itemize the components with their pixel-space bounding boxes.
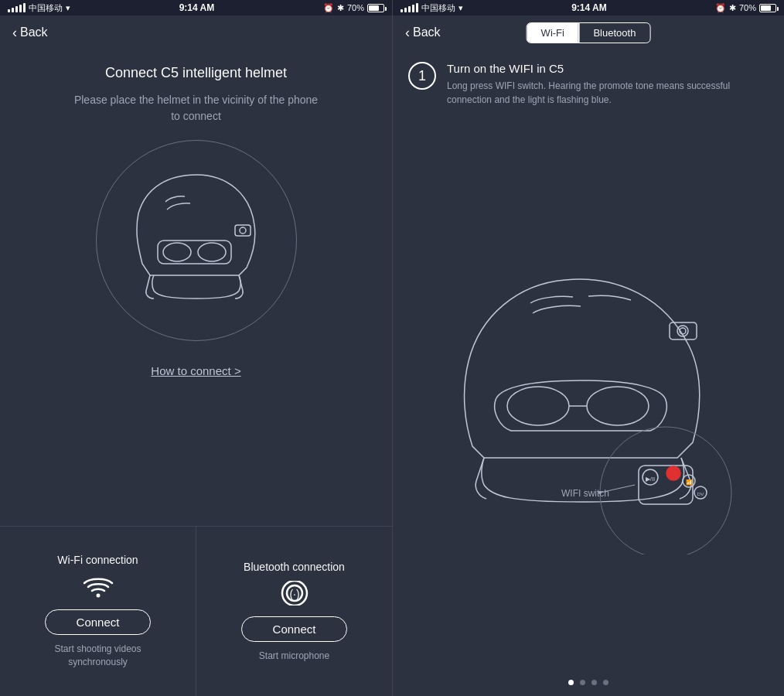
helmet-illustration-left bbox=[111, 155, 281, 326]
helmet-image-area: ▶/II 📶 DV WIFI switch bbox=[408, 114, 769, 669]
signal-dots bbox=[8, 3, 26, 12]
helmet-illustration-right: ▶/II 📶 DV WIFI switch bbox=[411, 230, 766, 554]
svg-text:📶: 📶 bbox=[686, 479, 693, 486]
battery-percent: 70% bbox=[347, 3, 364, 12]
right-alarm-icon: ⏰ bbox=[715, 3, 726, 13]
page-dot-3 bbox=[591, 680, 597, 685]
bluetooth-connect-button[interactable]: Connect bbox=[241, 616, 348, 642]
step-number-circle: 1 bbox=[408, 62, 436, 90]
back-chevron-icon: ‹ bbox=[12, 26, 17, 39]
wifi-tile-subtitle: Start shooting videossynchronously bbox=[54, 643, 141, 669]
svg-rect-3 bbox=[235, 225, 251, 236]
carrier-label: 中国移动 bbox=[29, 2, 63, 14]
right-battery-percent: 70% bbox=[739, 3, 756, 12]
step-text-block: Turn on the WIFI in C5 Long press WIFI s… bbox=[447, 62, 769, 107]
alarm-icon: ⏰ bbox=[323, 3, 334, 13]
right-main-content: 1 Turn on the WIFI in C5 Long press WIFI… bbox=[393, 49, 784, 669]
bluetooth-icon-large: (·) bbox=[275, 581, 314, 609]
step-header: 1 Turn on the WIFI in C5 Long press WIFI… bbox=[408, 62, 769, 107]
right-back-label: Back bbox=[413, 26, 441, 39]
right-back-button[interactable]: ‹ Back bbox=[405, 26, 441, 39]
right-wifi-icon: ▾ bbox=[458, 3, 463, 13]
left-main-content: Connect C5 intelligent helmet Please pla… bbox=[0, 49, 392, 526]
page-dot-4 bbox=[603, 680, 608, 685]
right-status-bar: 中国移动 ▾ 9:14 AM ⏰ ✱ 70% bbox=[393, 0, 784, 15]
bluetooth-status-icon: ✱ bbox=[337, 3, 344, 13]
left-status-bar: 中国移动 ▾ 9:14 AM ⏰ ✱ 70% bbox=[0, 0, 392, 15]
battery-icon bbox=[367, 4, 384, 12]
bluetooth-tile-title: Bluetooth connection bbox=[244, 561, 345, 573]
right-carrier-label: 中国移动 bbox=[421, 2, 455, 14]
bluetooth-tile-subtitle: Start microphone bbox=[259, 650, 329, 663]
right-panel: 中国移动 ▾ 9:14 AM ⏰ ✱ 70% ‹ Back Wi-Fi Blue… bbox=[392, 0, 784, 696]
svg-text:▶/II: ▶/II bbox=[646, 476, 656, 483]
step-description: Long press WIFI switch. Hearing the prom… bbox=[447, 79, 769, 107]
wifi-connection-tile: Wi-Fi connection Connect Start shooting … bbox=[0, 527, 196, 696]
wifi-status-icon: ▾ bbox=[66, 3, 70, 13]
how-to-connect-link[interactable]: How to connect > bbox=[151, 364, 240, 377]
wifi-tile-title: Wi-Fi connection bbox=[57, 554, 138, 566]
page-title: Connect C5 intelligent helmet bbox=[105, 65, 287, 81]
page-subtitle: Please place the helmet in the vicinity … bbox=[74, 92, 318, 125]
bottom-connection-section: Wi-Fi connection Connect Start shooting … bbox=[0, 526, 392, 696]
bluetooth-connection-tile: Bluetooth connection (·) Connect Start m… bbox=[196, 527, 392, 696]
right-back-chevron-icon: ‹ bbox=[405, 26, 410, 39]
svg-text:DV: DV bbox=[697, 492, 704, 496]
svg-rect-0 bbox=[158, 241, 231, 264]
svg-point-11 bbox=[587, 387, 649, 425]
tab-bluetooth[interactable]: Bluetooth bbox=[579, 23, 649, 43]
helmet-circle bbox=[96, 140, 297, 341]
back-label: Back bbox=[20, 26, 48, 39]
time-display: 9:14 AM bbox=[179, 2, 215, 13]
step-title: Turn on the WIFI in C5 bbox=[447, 62, 769, 75]
left-nav-bar: ‹ Back bbox=[0, 15, 392, 49]
svg-point-15 bbox=[600, 427, 731, 554]
page-dots bbox=[393, 669, 784, 696]
step-number: 1 bbox=[418, 68, 426, 84]
svg-point-19 bbox=[666, 466, 680, 480]
svg-text:WIFI switch: WIFI switch bbox=[561, 488, 609, 499]
page-dot-1 bbox=[568, 680, 574, 685]
svg-point-1 bbox=[163, 243, 191, 261]
right-time-display: 9:14 AM bbox=[571, 2, 607, 13]
right-battery-icon bbox=[759, 4, 776, 12]
wifi-icon-large bbox=[83, 574, 114, 602]
svg-text:(·): (·) bbox=[289, 588, 299, 600]
svg-point-10 bbox=[507, 387, 569, 425]
tab-wifi[interactable]: Wi-Fi bbox=[527, 23, 578, 43]
svg-point-2 bbox=[198, 243, 226, 261]
back-button[interactable]: ‹ Back bbox=[12, 26, 48, 39]
wifi-connect-button[interactable]: Connect bbox=[45, 609, 152, 635]
svg-point-5 bbox=[96, 594, 100, 598]
left-panel: 中国移动 ▾ 9:14 AM ⏰ ✱ 70% ‹ Back Connect C5… bbox=[0, 0, 392, 696]
page-dot-2 bbox=[580, 680, 585, 685]
right-nav-bar: ‹ Back Wi-Fi Bluetooth bbox=[393, 15, 784, 49]
svg-point-4 bbox=[240, 227, 246, 234]
segmented-control: Wi-Fi Bluetooth bbox=[527, 22, 651, 43]
right-signal-dots bbox=[401, 3, 418, 12]
right-bluetooth-icon: ✱ bbox=[729, 3, 736, 13]
